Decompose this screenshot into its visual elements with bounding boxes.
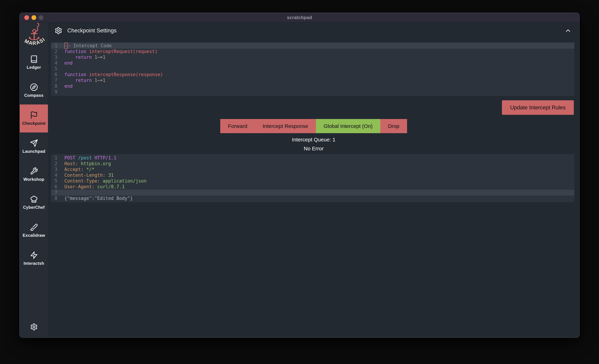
line-number: 1	[51, 43, 62, 49]
line-number: 2	[51, 49, 62, 54]
sidebar: ⚓ MARASI Ledger Compass Checkpoint	[20, 22, 48, 337]
update-row: Update Intercept Rules	[48, 100, 579, 115]
checkpoint-panel: Checkpoint Settings 1-- Intercept Code2f…	[48, 22, 579, 337]
line-number: 8	[51, 83, 62, 89]
intercepted-request-editor[interactable]: 1POST /post HTTP/1.12Host: httpbin.org3A…	[51, 154, 574, 202]
code-line[interactable]: 7 return 1~=1	[51, 78, 574, 83]
drop-button[interactable]: Drop	[380, 119, 407, 133]
sidebar-item-checkpoint[interactable]: Checkpoint	[20, 105, 48, 133]
sidebar-item-label: Checkpoint	[22, 121, 46, 126]
line-number: 3	[51, 167, 62, 172]
marasi-logo: ⚓ MARASI	[20, 22, 48, 48]
line-number: 1	[51, 155, 62, 161]
sidebar-item-label: Launchpad	[22, 149, 45, 154]
checkpoint-settings-gear-icon	[55, 27, 62, 35]
intercept-queue-status: Intercept Queue: 1	[48, 137, 579, 143]
app-window: scratchpad ⚓ MARASI Ledger Comp	[19, 13, 580, 338]
line-number: 4	[51, 172, 62, 178]
flag-icon	[30, 111, 38, 119]
forward-button[interactable]: Forward	[220, 119, 255, 133]
window-title: scratchpad	[20, 15, 579, 20]
sidebar-item-ledger[interactable]: Ledger	[20, 48, 48, 77]
panel-title: Checkpoint Settings	[67, 27, 116, 34]
sidebar-item-excalidraw[interactable]: Excalidraw	[20, 216, 48, 244]
code-line[interactable]: 1POST /post HTTP/1.1	[51, 155, 574, 161]
sidebar-item-label: Workshop	[23, 177, 44, 182]
wrench-icon	[30, 167, 38, 175]
brush-icon	[30, 223, 38, 231]
sidebar-item-launchpad[interactable]: Launchpad	[20, 133, 48, 160]
code-line[interactable]: 9	[51, 89, 574, 95]
sidebar-item-label: Ledger	[27, 65, 41, 70]
sidebar-item-interactsh[interactable]: Interactsh	[20, 244, 48, 273]
error-status: No Error	[48, 146, 579, 151]
line-number: 5	[51, 178, 62, 184]
zap-icon	[30, 251, 38, 259]
update-intercept-rules-button[interactable]: Update Intercept Rules	[502, 100, 574, 115]
line-number: 4	[51, 60, 62, 66]
settings-button[interactable]	[20, 316, 48, 337]
chevron-up-icon	[564, 27, 572, 34]
line-number: 2	[51, 161, 62, 167]
code-line[interactable]: 6User-Agent: curl/8.7.1	[51, 184, 574, 190]
code-line[interactable]: 4Content-Length: 31	[51, 172, 574, 178]
sidebar-item-label: Excalidraw	[23, 233, 45, 238]
global-intercept-toggle-button[interactable]: Global Intercept (On)	[316, 119, 380, 133]
anchor-icon: ⚓ MARASI	[21, 22, 47, 48]
line-number: 5	[51, 66, 62, 72]
code-line[interactable]: 2function interceptRequest(request)	[51, 49, 574, 54]
window-titlebar: scratchpad	[20, 13, 579, 22]
code-line[interactable]: 4end	[51, 60, 574, 66]
line-number: 8	[51, 195, 62, 201]
compass-icon	[30, 83, 38, 91]
sidebar-item-compass[interactable]: Compass	[20, 77, 48, 105]
code-line[interactable]: 8{"message":"Edited Body"}	[51, 195, 574, 201]
code-line[interactable]: 6function interceptResponse(response)	[51, 72, 574, 78]
chef-hat-icon	[30, 195, 38, 203]
code-line[interactable]: 3 return 1~=1	[51, 54, 574, 60]
code-line[interactable]: 1-- Intercept Code	[51, 43, 574, 49]
intercept-code-editor[interactable]: 1-- Intercept Code2function interceptReq…	[51, 42, 574, 96]
code-line[interactable]: 5Content-Type: application/json	[51, 178, 574, 184]
intercept-response-button[interactable]: Intercept Response	[255, 119, 316, 133]
code-line[interactable]: 8end	[51, 83, 574, 89]
sidebar-item-label: Interactsh	[24, 261, 44, 266]
sidebar-item-cyberchef[interactable]: CyberChef	[20, 188, 48, 216]
sidebar-spacer	[20, 273, 48, 316]
sidebar-item-label: Compass	[24, 93, 43, 98]
book-icon	[30, 55, 38, 63]
gear-icon	[30, 323, 38, 331]
sidebar-item-label: CyberChef	[23, 205, 45, 210]
line-number: 7	[51, 190, 62, 195]
line-number: 9	[51, 89, 62, 95]
code-line[interactable]: 5	[51, 66, 574, 72]
send-icon	[30, 139, 38, 147]
code-line[interactable]: 2Host: httpbin.org	[51, 161, 574, 167]
collapse-panel-button[interactable]	[564, 27, 572, 34]
line-number: 6	[51, 184, 62, 190]
line-number: 3	[51, 54, 62, 60]
sidebar-item-workshop[interactable]: Workshop	[20, 160, 48, 188]
code-line[interactable]: 3Accept: */*	[51, 167, 574, 172]
intercept-action-buttons: Forward Intercept Response Global Interc…	[220, 119, 407, 133]
code-line[interactable]: 7	[51, 190, 574, 195]
line-number: 7	[51, 78, 62, 83]
panel-header: Checkpoint Settings	[48, 22, 579, 35]
line-number: 6	[51, 72, 62, 78]
